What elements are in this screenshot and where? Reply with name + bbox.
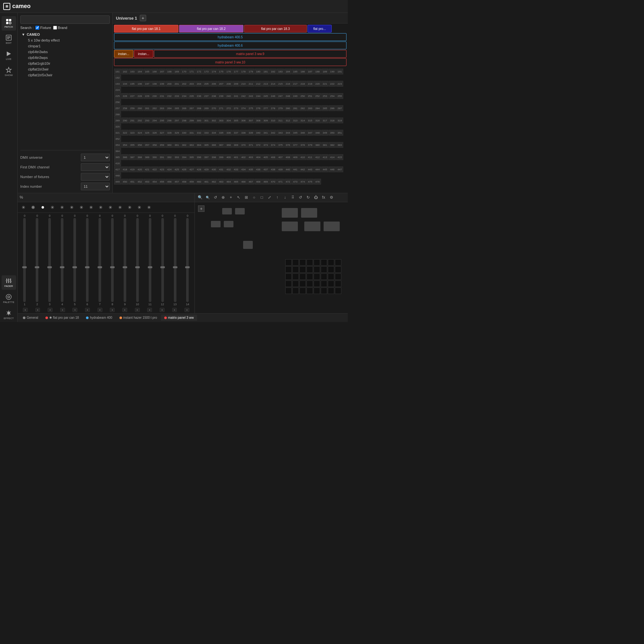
channel-cell[interactable]: 193 [114, 81, 121, 87]
channel-cell[interactable]: 260 [136, 105, 143, 111]
channel-cell[interactable]: 378 [299, 142, 306, 148]
channel-cell[interactable]: 469 [262, 179, 269, 185]
matrix-cell-1-2[interactable] [299, 266, 306, 273]
tab-general[interactable]: General [20, 315, 42, 321]
fader-mini-btn-13[interactable]: ● [172, 308, 177, 312]
channel-cell[interactable]: 227 [129, 93, 136, 99]
channel-cell[interactable]: 270 [210, 105, 217, 111]
channel-cell[interactable]: 416 [114, 160, 121, 166]
channel-cell[interactable]: 398 [210, 154, 217, 160]
channel-cell[interactable]: 410 [299, 154, 306, 160]
channel-cell[interactable]: 242 [240, 93, 247, 99]
channel-cell[interactable]: 294 [151, 118, 158, 123]
channel-cell[interactable]: 307 [247, 118, 254, 123]
channel-cell[interactable]: 318 [329, 118, 336, 123]
tab-flatpro[interactable]: ✱ flat pro par can 18 [42, 315, 82, 321]
channel-cell[interactable]: 217 [292, 81, 299, 87]
channel-cell[interactable]: 221 [321, 81, 328, 87]
channel-cell[interactable]: 243 [247, 93, 254, 99]
channel-cell[interactable]: 240 [225, 93, 232, 99]
channel-cell[interactable]: 180 [255, 69, 262, 74]
channel-cell[interactable]: 179 [247, 69, 254, 74]
channel-cell[interactable]: 223 [336, 81, 343, 87]
channel-cell[interactable]: 215 [277, 81, 284, 87]
channel-cell[interactable]: 446 [329, 166, 336, 172]
channel-cell[interactable]: 176 [225, 69, 232, 74]
channel-cell[interactable]: 425 [173, 166, 180, 172]
channel-cell[interactable]: 320 [114, 124, 121, 129]
channel-cell[interactable]: 457 [173, 179, 180, 185]
channel-cell[interactable]: 251 [307, 93, 314, 99]
channel-cell[interactable]: 368 [225, 142, 232, 148]
channel-cell[interactable]: 372 [255, 142, 262, 148]
channel-cell[interactable]: 470 [270, 179, 277, 185]
fader-track-3[interactable] [48, 218, 51, 302]
channel-cell[interactable]: 173 [203, 69, 210, 74]
channel-cell[interactable]: 331 [188, 130, 195, 136]
channel-cell[interactable]: 248 [284, 93, 291, 99]
channel-cell[interactable]: 182 [270, 69, 277, 74]
sidebar-item-edit[interactable]: EDIT [2, 32, 16, 47]
channel-cell[interactable]: 175 [218, 69, 225, 74]
matrix-cell-2-7[interactable] [335, 273, 341, 280]
fader-icon-3[interactable]: ● [39, 204, 47, 211]
channel-cell[interactable]: 391 [158, 154, 166, 160]
channel-cell[interactable]: 244 [255, 93, 262, 99]
channel-cell[interactable]: 348 [314, 130, 321, 136]
strip-matrix-9[interactable]: matrix panel 3 ww.9 [154, 50, 346, 58]
channel-cell[interactable]: 284 [314, 105, 321, 111]
channel-cell[interactable]: 387 [129, 154, 136, 160]
channel-cell[interactable]: 445 [321, 166, 328, 172]
fader-mini-btn-3[interactable]: ● [48, 308, 52, 312]
matrix-cell-0-4[interactable] [314, 259, 320, 266]
fader-icon-11[interactable]: ✳ [116, 204, 124, 211]
fader-icon-10[interactable]: ✳ [107, 204, 114, 211]
channel-cell[interactable]: 301 [203, 118, 210, 123]
tree-item-4[interactable]: clpflat1rgb10ir [20, 61, 110, 66]
channel-cell[interactable]: 346 [299, 130, 306, 136]
channel-cell[interactable]: 279 [277, 105, 284, 111]
zoom-in-icon[interactable]: 🔍 [197, 194, 203, 201]
channel-cell[interactable]: 447 [336, 166, 343, 172]
channel-cell[interactable]: 326 [151, 130, 158, 136]
channel-cell[interactable]: 340 [255, 130, 262, 136]
channel-cell[interactable]: 238 [210, 93, 217, 99]
channel-cell[interactable]: 273 [232, 105, 240, 111]
channel-cell[interactable]: 330 [181, 130, 188, 136]
channel-cell[interactable]: 262 [151, 105, 158, 111]
fader-mini-btn-4[interactable]: ● [60, 308, 65, 312]
search-input[interactable] [20, 15, 110, 24]
channel-cell[interactable]: 290 [121, 118, 128, 123]
channel-cell[interactable]: 417 [114, 166, 121, 172]
fader-mini-btn-12[interactable]: ● [160, 308, 165, 312]
channel-cell[interactable]: 341 [262, 130, 269, 136]
channel-cell[interactable]: 435 [247, 166, 254, 172]
matrix-cell-1-7[interactable] [335, 266, 341, 273]
channel-cell[interactable]: 467 [247, 179, 254, 185]
channel-cell[interactable]: 265 [173, 105, 180, 111]
matrix-cell-1-3[interactable] [307, 266, 313, 273]
fader-track-4[interactable] [61, 218, 63, 302]
strip-flatpro-1[interactable]: flat pro par can 18.1 [114, 25, 178, 33]
fader-icon-12[interactable]: ✳ [126, 204, 134, 211]
matrix-cell-0-6[interactable] [328, 259, 334, 266]
dmx-universe-select[interactable]: 1 [81, 154, 110, 161]
channel-cell[interactable]: 298 [181, 118, 188, 123]
channel-cell[interactable]: 403 [247, 154, 254, 160]
strip-instan-7[interactable]: instan... [114, 50, 133, 58]
channel-cell[interactable]: 287 [336, 105, 343, 111]
strip-hydra-5[interactable]: hydrabeam 400.5 [114, 33, 346, 41]
channel-cell[interactable]: 168 [166, 69, 173, 74]
fixture-checkbox[interactable] [35, 26, 39, 30]
channel-cell[interactable]: 312 [284, 118, 291, 123]
channel-cell[interactable]: 226 [121, 93, 128, 99]
down-icon[interactable]: ↓ [282, 194, 288, 201]
channel-cell[interactable]: 475 [307, 179, 314, 185]
channel-cell[interactable]: 336 [225, 130, 232, 136]
channel-cell[interactable]: 352 [114, 136, 121, 142]
channel-cell[interactable]: 408 [284, 154, 291, 160]
sidebar-item-fader[interactable]: FADER [2, 275, 16, 290]
channel-cell[interactable]: 285 [321, 105, 328, 111]
channel-cell[interactable]: 322 [121, 130, 128, 136]
channel-cell[interactable]: 203 [188, 81, 195, 87]
